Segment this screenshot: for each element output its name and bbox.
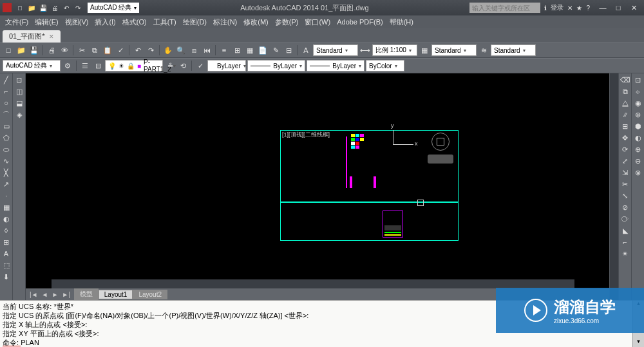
save-icon[interactable]: 💾: [28, 44, 40, 56]
workspace-combo[interactable]: AutoCAD 经典▾: [3, 60, 61, 71]
new-icon[interactable]: □: [15, 3, 24, 12]
tool-icon[interactable]: ⊕: [633, 144, 643, 155]
plotstyle-combo[interactable]: ByColor▾: [366, 60, 404, 71]
circle-icon[interactable]: ○: [1, 98, 12, 108]
ws-settings-icon[interactable]: ⚙: [62, 60, 73, 71]
nav-wheel[interactable]: [428, 155, 453, 164]
table-icon[interactable]: ⊞: [1, 237, 12, 247]
tool-icon[interactable]: ⬢: [633, 121, 643, 131]
layer-states-icon[interactable]: ⊟: [92, 60, 104, 71]
make-current-icon[interactable]: ✓: [194, 60, 206, 71]
markup-icon[interactable]: ✎: [270, 44, 281, 56]
menu-edit[interactable]: 编辑(E): [32, 16, 61, 28]
open-icon[interactable]: 📁: [27, 3, 36, 12]
tool-icon[interactable]: ⊡: [14, 75, 24, 85]
rotate-icon[interactable]: ⟳: [620, 144, 630, 155]
print-icon[interactable]: 🖨: [50, 3, 59, 12]
arc-icon[interactable]: ⌒: [1, 109, 12, 120]
menu-tools[interactable]: 工具(T): [151, 16, 179, 28]
explode-icon[interactable]: ✴: [620, 249, 630, 259]
close-button[interactable]: ✕: [626, 3, 641, 13]
region-icon[interactable]: ◊: [1, 225, 12, 236]
mirror-icon[interactable]: ⧋: [620, 98, 630, 108]
lineweight-combo[interactable]: ByLayer▾: [307, 60, 365, 71]
ellipse-icon[interactable]: ⬭: [1, 144, 12, 155]
chamfer-icon[interactable]: ◣: [620, 225, 630, 236]
scrollbar-horizontal[interactable]: [52, 279, 574, 288]
fillet-icon[interactable]: ⌐: [620, 237, 630, 247]
menu-help[interactable]: 帮助(H): [387, 16, 416, 28]
viewport-2[interactable]: [280, 202, 459, 241]
ml-style-icon[interactable]: ≋: [478, 44, 489, 56]
table-style-icon[interactable]: ▦: [419, 44, 430, 56]
menu-adobe[interactable]: Adobe PDF(B): [334, 17, 386, 27]
layer-match-icon[interactable]: ≗: [164, 60, 176, 71]
mtext-icon[interactable]: A: [1, 249, 12, 259]
menu-draw[interactable]: 绘图(D): [180, 16, 209, 28]
new-icon[interactable]: □: [3, 44, 14, 56]
tool-palette-icon[interactable]: ▦: [244, 44, 256, 56]
print-icon[interactable]: 🖨: [46, 44, 57, 56]
document-tab[interactable]: 01_平面图* ✕: [3, 30, 61, 42]
menu-file[interactable]: 文件(F): [3, 16, 31, 28]
redo-icon[interactable]: ↷: [145, 44, 156, 56]
pline-icon[interactable]: ⌐: [1, 86, 12, 97]
spline-icon[interactable]: ∿: [1, 156, 12, 166]
design-center-icon[interactable]: ⊞: [231, 44, 243, 56]
model-tab[interactable]: 模型: [74, 288, 99, 300]
block-icon[interactable]: ⬚: [1, 260, 12, 270]
line-icon[interactable]: ╱: [1, 75, 12, 85]
tool-icon[interactable]: ◉: [633, 98, 643, 108]
drawing-canvas[interactable]: [1][顶视][二维线框] y x: [26, 73, 609, 300]
array-icon[interactable]: ⊞: [620, 121, 630, 131]
scale-icon[interactable]: ⤢: [620, 156, 630, 166]
app-logo-icon[interactable]: [3, 3, 12, 12]
undo-icon[interactable]: ↶: [132, 44, 144, 56]
prev-tab-icon[interactable]: ◄: [41, 291, 50, 298]
scroll-down-icon[interactable]: ▼: [633, 339, 644, 347]
viewcube[interactable]: [431, 133, 450, 151]
trim-icon[interactable]: ✂: [620, 179, 630, 189]
extend-icon[interactable]: ⤡: [620, 191, 630, 201]
move-icon[interactable]: ✥: [620, 133, 630, 143]
match-icon[interactable]: ✓: [115, 44, 126, 56]
login-link[interactable]: 登录: [551, 3, 564, 12]
paste-icon[interactable]: 📋: [102, 44, 113, 56]
tool-icon[interactable]: ⊖: [633, 156, 643, 166]
erase-icon[interactable]: ⌫: [620, 75, 630, 85]
close-tab-icon[interactable]: ✕: [49, 33, 54, 40]
anno-scale-combo[interactable]: 比例 1:100▾: [372, 44, 417, 56]
copy-icon[interactable]: ⧉: [89, 44, 100, 56]
zoom-prev-icon[interactable]: ⏮: [201, 44, 213, 56]
sheet-set-icon[interactable]: 📄: [257, 44, 269, 56]
properties-icon[interactable]: ≡: [218, 44, 230, 56]
menu-view[interactable]: 视图(V): [62, 16, 91, 28]
tool-icon[interactable]: ◈: [14, 109, 24, 120]
menu-insert[interactable]: 插入(I): [92, 16, 118, 28]
linetype-combo[interactable]: ByLayer▾: [247, 60, 305, 71]
offset-icon[interactable]: ⫽: [620, 109, 630, 120]
tool-icon[interactable]: ⟐: [633, 86, 643, 97]
tool-icon[interactable]: ⊗: [633, 167, 643, 178]
tool-icon[interactable]: ◫: [14, 86, 24, 97]
star-icon[interactable]: ★: [576, 5, 582, 12]
scrollbar-vertical[interactable]: [609, 73, 618, 300]
layer-props-icon[interactable]: ☰: [79, 60, 91, 71]
stretch-icon[interactable]: ⇲: [620, 167, 630, 178]
tool-icon[interactable]: ⊡: [633, 75, 643, 85]
menu-dimension[interactable]: 标注(N): [211, 16, 240, 28]
menu-param[interactable]: 参数(P): [272, 16, 301, 28]
help-search-input[interactable]: [469, 3, 540, 13]
join-icon[interactable]: ⧂: [620, 214, 630, 224]
point-icon[interactable]: ·: [1, 191, 12, 201]
dim-style-icon[interactable]: ⟷: [359, 44, 371, 56]
exchange-icon[interactable]: ✕: [567, 5, 573, 12]
redo-icon[interactable]: ↷: [73, 3, 82, 12]
xline-icon[interactable]: ╳: [1, 167, 12, 178]
next-tab-icon[interactable]: ►: [50, 291, 59, 298]
last-tab-icon[interactable]: ►|: [61, 291, 71, 298]
calc-icon[interactable]: ⊟: [283, 44, 294, 56]
polygon-icon[interactable]: ⬠: [1, 133, 12, 143]
zoom-icon[interactable]: 🔍: [175, 44, 187, 56]
tool-icon[interactable]: ◐: [633, 133, 643, 143]
